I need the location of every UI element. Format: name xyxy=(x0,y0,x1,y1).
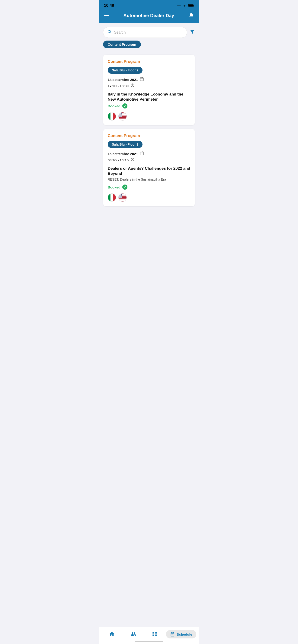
svg-point-38 xyxy=(120,114,120,114)
search-box[interactable]: Search xyxy=(103,27,187,38)
svg-point-92 xyxy=(120,195,120,195)
svg-point-48 xyxy=(120,114,121,115)
menu-button[interactable] xyxy=(104,14,109,18)
card-0-title: Italy in the Knowledge Economy and the N… xyxy=(108,92,190,102)
status-bar: 10:48 xyxy=(99,0,199,10)
svg-point-28 xyxy=(120,113,120,113)
svg-point-96 xyxy=(119,195,120,196)
svg-point-120 xyxy=(120,197,120,198)
event-card-0[interactable]: Content Program Sala Blu - Floor 2 14 se… xyxy=(103,55,195,125)
svg-point-63 xyxy=(119,116,119,116)
svg-point-88 xyxy=(120,194,120,195)
card-1-location: Sala Blu - Floor 2 xyxy=(108,141,143,148)
svg-rect-79 xyxy=(119,199,127,200)
calendar-icon xyxy=(140,77,144,82)
svg-point-39 xyxy=(120,114,121,114)
svg-point-113 xyxy=(121,196,122,197)
svg-point-86 xyxy=(121,194,122,194)
card-1-category: Content Program xyxy=(108,134,190,138)
battery-icon xyxy=(188,4,194,7)
svg-point-82 xyxy=(119,194,119,194)
filter-icon[interactable] xyxy=(189,29,195,36)
svg-point-62 xyxy=(121,116,121,116)
search-placeholder: Search xyxy=(114,30,126,34)
svg-point-0 xyxy=(177,5,178,6)
cards-container: Content Program Sala Blu - Floor 2 14 se… xyxy=(99,51,199,230)
svg-point-35 xyxy=(121,113,121,114)
header-title: Automotive Dealer Day xyxy=(109,13,188,18)
card-1-booked-check: ✓ xyxy=(122,184,127,190)
card-1-date: 15 settembre 2021 xyxy=(108,152,138,156)
svg-point-56 xyxy=(120,115,120,116)
search-icon xyxy=(107,30,112,35)
svg-point-101 xyxy=(120,196,120,196)
svg-point-54 xyxy=(119,115,119,116)
svg-rect-78 xyxy=(119,198,127,199)
card-0-category: Content Program xyxy=(108,59,190,64)
content-program-chip[interactable]: Content Program xyxy=(103,40,141,48)
svg-point-108 xyxy=(121,196,121,196)
svg-point-114 xyxy=(119,197,120,197)
svg-point-31 xyxy=(121,113,122,113)
card-1-flag-row xyxy=(108,193,190,202)
svg-point-47 xyxy=(120,114,120,115)
svg-rect-20 xyxy=(119,116,127,117)
svg-point-116 xyxy=(120,197,121,197)
svg-point-57 xyxy=(120,115,121,116)
svg-point-30 xyxy=(120,113,121,113)
card-1-subtitle: RESET: Dealers in the Sustainability Era xyxy=(108,178,190,181)
svg-point-97 xyxy=(120,195,120,196)
svg-point-29 xyxy=(120,113,120,113)
svg-point-117 xyxy=(121,197,121,197)
svg-point-105 xyxy=(119,196,120,196)
clock-icon-2 xyxy=(130,158,135,163)
svg-point-109 xyxy=(119,196,119,197)
svg-point-87 xyxy=(119,194,120,195)
svg-point-53 xyxy=(121,115,121,115)
svg-point-66 xyxy=(120,116,121,116)
card-1-title: Dealers or Agents? Challenges for 2022 a… xyxy=(108,166,190,176)
svg-point-60 xyxy=(120,116,120,116)
svg-point-64 xyxy=(120,116,120,116)
svg-point-44 xyxy=(121,114,121,114)
svg-point-67 xyxy=(121,116,122,116)
svg-point-51 xyxy=(120,115,120,115)
svg-point-95 xyxy=(121,195,122,195)
svg-rect-14 xyxy=(119,113,127,114)
svg-point-36 xyxy=(119,114,119,114)
svg-point-102 xyxy=(120,196,120,196)
svg-point-112 xyxy=(120,196,121,197)
svg-point-49 xyxy=(121,114,122,115)
svg-point-45 xyxy=(119,114,119,115)
notification-bell-icon[interactable] xyxy=(188,12,194,19)
usa-flag xyxy=(118,112,127,120)
svg-point-104 xyxy=(121,196,122,196)
svg-rect-80 xyxy=(119,200,127,201)
svg-point-119 xyxy=(120,197,120,198)
svg-point-65 xyxy=(120,116,120,116)
svg-point-93 xyxy=(120,195,120,195)
search-area: Search Content Program xyxy=(99,23,199,51)
clock-icon xyxy=(130,83,135,88)
event-card-1[interactable]: Content Program Sala Blu - Floor 2 15 se… xyxy=(103,129,195,206)
svg-rect-23 xyxy=(119,118,127,119)
svg-point-27 xyxy=(119,113,119,113)
svg-point-100 xyxy=(119,196,119,196)
svg-point-42 xyxy=(120,114,120,114)
svg-point-107 xyxy=(120,196,121,196)
svg-point-50 xyxy=(119,115,120,115)
svg-point-91 xyxy=(119,195,119,195)
svg-point-46 xyxy=(120,114,120,115)
card-0-date: 14 settembre 2021 xyxy=(108,78,138,82)
card-1-date-row: 15 settembre 2021 xyxy=(108,151,190,156)
svg-point-90 xyxy=(121,194,121,195)
svg-rect-22 xyxy=(119,118,127,119)
app-header: Automotive Dealer Day xyxy=(99,10,199,23)
status-icons xyxy=(177,4,194,7)
wifi-icon xyxy=(182,4,187,7)
card-1-time: 08:45 - 10:15 xyxy=(108,158,129,162)
card-0-booked-label: Booked xyxy=(108,104,120,108)
usa-flag-2 xyxy=(118,193,127,202)
svg-rect-13 xyxy=(119,112,127,113)
svg-point-32 xyxy=(119,113,120,114)
